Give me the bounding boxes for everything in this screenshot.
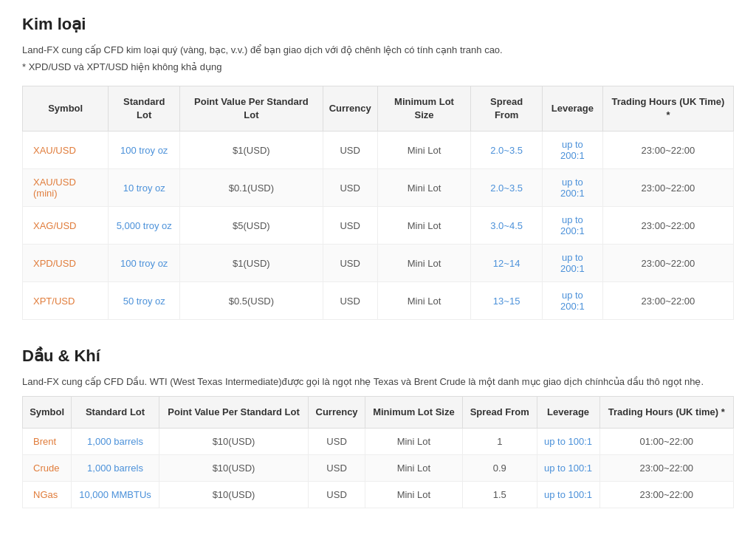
oil-spread-cell: 0.9 xyxy=(462,455,537,482)
metals-symbol-cell: XAU/USD xyxy=(23,132,109,169)
oil-leverage-cell: up to 100:1 xyxy=(537,429,599,455)
metals-col-pointvalue: Point Value Per Standard Lot xyxy=(180,86,323,131)
metals-note: * XPD/USD và XPT/USD hiện không khả dụng xyxy=(22,61,734,72)
metals-spread-cell: 12~14 xyxy=(471,245,543,282)
metals-currency-cell: USD xyxy=(323,282,377,320)
metals-currency-cell: USD xyxy=(323,207,377,245)
oil-standardlot-cell: 1,000 barrels xyxy=(72,455,159,482)
oil-section: Dầu & Khí Land-FX cung cấp CFD Dầu. WTI … xyxy=(22,347,734,508)
metals-currency-cell: USD xyxy=(323,132,377,169)
oil-pointvalue-cell: $10(USD) xyxy=(159,482,308,508)
metals-minlot-cell: Mini Lot xyxy=(377,132,471,169)
metals-leverage-cell: up to 200:1 xyxy=(542,169,602,207)
table-row: NGas 10,000 MMBTUs $10(USD) USD Mini Lot… xyxy=(23,482,734,508)
metals-currency-cell: USD xyxy=(323,245,377,282)
oil-symbol-cell: NGas xyxy=(23,482,72,508)
table-row: XPD/USD 100 troy oz $1(USD) USD Mini Lot… xyxy=(23,245,734,282)
metals-minlot-cell: Mini Lot xyxy=(377,282,471,320)
metals-col-currency: Currency xyxy=(323,86,377,131)
oil-pointvalue-cell: $10(USD) xyxy=(159,429,308,455)
oil-spread-cell: 1 xyxy=(462,429,537,455)
metals-symbol-cell: XAU/USD (mini) xyxy=(23,169,109,207)
oil-symbol-cell: Brent xyxy=(23,429,72,455)
oil-header-row: Symbol Standard Lot Point Value Per Stan… xyxy=(23,396,734,428)
metals-hours-cell: 23:00~22:00 xyxy=(602,207,733,245)
oil-col-hours: Trading Hours (UK time) * xyxy=(599,396,733,428)
oil-symbol-cell: Crude xyxy=(23,455,72,482)
metals-col-minlot: Minimum Lot Size xyxy=(377,86,471,131)
metals-col-hours: Trading Hours (UK Time) * xyxy=(602,86,733,131)
metals-col-standardlot: Standard Lot xyxy=(109,86,180,131)
metals-pointvalue-cell: $0.5(USD) xyxy=(180,282,323,320)
oil-leverage-cell: up to 100:1 xyxy=(537,482,599,508)
table-row: XAU/USD (mini) 10 troy oz $0.1(USD) USD … xyxy=(23,169,734,207)
table-row: XAU/USD 100 troy oz $1(USD) USD Mini Lot… xyxy=(23,132,734,169)
metals-spread-cell: 2.0~3.5 xyxy=(471,169,543,207)
oil-standardlot-cell: 1,000 barrels xyxy=(72,429,159,455)
oil-pointvalue-cell: $10(USD) xyxy=(159,455,308,482)
oil-col-currency: Currency xyxy=(309,396,365,428)
oil-minlot-cell: Mini Lot xyxy=(365,482,462,508)
oil-currency-cell: USD xyxy=(309,482,365,508)
metals-symbol-cell: XPD/USD xyxy=(23,245,109,282)
oil-currency-cell: USD xyxy=(309,429,365,455)
metals-hours-cell: 23:00~22:00 xyxy=(602,282,733,320)
metals-section: Kim loại Land-FX cung cấp CFD kim loại q… xyxy=(22,15,734,320)
oil-col-symbol: Symbol xyxy=(23,396,72,428)
oil-leverage-cell: up to 100:1 xyxy=(537,455,599,482)
metals-standardlot-cell: 100 troy oz xyxy=(109,132,180,169)
oil-col-leverage: Leverage xyxy=(537,396,599,428)
table-row: XAG/USD 5,000 troy oz $5(USD) USD Mini L… xyxy=(23,207,734,245)
oil-minlot-cell: Mini Lot xyxy=(365,455,462,482)
metals-spread-cell: 13~15 xyxy=(471,282,543,320)
metals-pointvalue-cell: $5(USD) xyxy=(180,207,323,245)
oil-description: Land-FX cung cấp CFD Dầu. WTI (West Texa… xyxy=(22,375,734,390)
oil-title: Dầu & Khí xyxy=(22,347,734,366)
oil-col-pointvalue: Point Value Per Standard Lot xyxy=(159,396,308,428)
metals-title: Kim loại xyxy=(22,15,734,34)
metals-table: Symbol Standard Lot Point Value Per Stan… xyxy=(22,86,734,320)
metals-standardlot-cell: 100 troy oz xyxy=(109,245,180,282)
metals-col-spread: Spread From xyxy=(471,86,543,131)
metals-pointvalue-cell: $1(USD) xyxy=(180,245,323,282)
metals-hours-cell: 23:00~22:00 xyxy=(602,132,733,169)
metals-pointvalue-cell: $0.1(USD) xyxy=(180,169,323,207)
metals-standardlot-cell: 50 troy oz xyxy=(109,282,180,320)
metals-description: Land-FX cung cấp CFD kim loại quý (vàng,… xyxy=(22,43,734,58)
oil-col-standardlot: Standard Lot xyxy=(72,396,159,428)
oil-hours-cell: 23:00~22:00 xyxy=(599,455,733,482)
metals-hours-cell: 23:00~22:00 xyxy=(602,245,733,282)
table-row: Crude 1,000 barrels $10(USD) USD Mini Lo… xyxy=(23,455,734,482)
metals-leverage-cell: up to 200:1 xyxy=(542,245,602,282)
metals-currency-cell: USD xyxy=(323,169,377,207)
metals-standardlot-cell: 5,000 troy oz xyxy=(109,207,180,245)
oil-currency-cell: USD xyxy=(309,455,365,482)
oil-table: Symbol Standard Lot Point Value Per Stan… xyxy=(22,396,734,508)
metals-spread-cell: 2.0~3.5 xyxy=(471,132,543,169)
oil-hours-cell: 23:00~22:00 xyxy=(599,482,733,508)
metals-standardlot-cell: 10 troy oz xyxy=(109,169,180,207)
oil-minlot-cell: Mini Lot xyxy=(365,429,462,455)
metals-spread-cell: 3.0~4.5 xyxy=(471,207,543,245)
metals-symbol-cell: XAG/USD xyxy=(23,207,109,245)
metals-leverage-cell: up to 200:1 xyxy=(542,282,602,320)
table-row: XPT/USD 50 troy oz $0.5(USD) USD Mini Lo… xyxy=(23,282,734,320)
metals-minlot-cell: Mini Lot xyxy=(377,169,471,207)
metals-header-row: Symbol Standard Lot Point Value Per Stan… xyxy=(23,86,734,131)
oil-col-spread: Spread From xyxy=(462,396,537,428)
metals-leverage-cell: up to 200:1 xyxy=(542,132,602,169)
oil-hours-cell: 01:00~22:00 xyxy=(599,429,733,455)
metals-minlot-cell: Mini Lot xyxy=(377,245,471,282)
oil-standardlot-cell: 10,000 MMBTUs xyxy=(72,482,159,508)
metals-col-leverage: Leverage xyxy=(542,86,602,131)
metals-leverage-cell: up to 200:1 xyxy=(542,207,602,245)
metals-minlot-cell: Mini Lot xyxy=(377,207,471,245)
oil-col-minlot: Minimum Lot Size xyxy=(365,396,462,428)
metals-col-symbol: Symbol xyxy=(23,86,109,131)
table-row: Brent 1,000 barrels $10(USD) USD Mini Lo… xyxy=(23,429,734,455)
metals-hours-cell: 23:00~22:00 xyxy=(602,169,733,207)
metals-pointvalue-cell: $1(USD) xyxy=(180,132,323,169)
oil-spread-cell: 1.5 xyxy=(462,482,537,508)
metals-symbol-cell: XPT/USD xyxy=(23,282,109,320)
